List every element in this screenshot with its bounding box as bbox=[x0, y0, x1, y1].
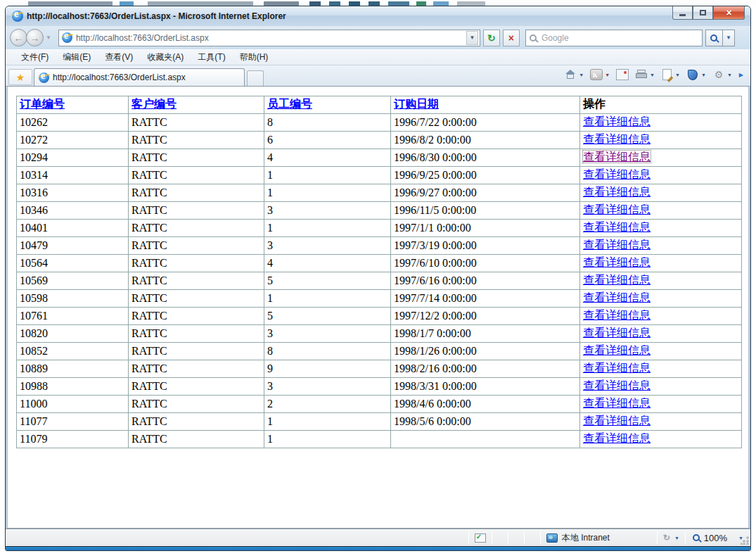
table-row: 10479RATTC31997/3/19 0:00:00查看详细信息 bbox=[17, 237, 742, 255]
sort-link-3[interactable]: 订购日期 bbox=[394, 98, 439, 110]
order-id-cell: 10262 bbox=[17, 114, 129, 132]
view-details-link[interactable]: 查看详细信息 bbox=[583, 239, 651, 251]
employee-id-cell: 2 bbox=[264, 396, 391, 413]
order-date-cell bbox=[391, 431, 580, 448]
refresh-icon: ↻ bbox=[487, 32, 496, 44]
close-button[interactable]: × bbox=[713, 6, 745, 20]
tools-dropdown-icon[interactable]: ▼ bbox=[727, 72, 732, 77]
menu-item-2[interactable]: 查看(V) bbox=[98, 49, 140, 65]
customer-id-cell: RATTC bbox=[129, 325, 264, 343]
view-details-link[interactable]: 查看详细信息 bbox=[583, 379, 651, 391]
order-date-cell: 1997/1/1 0:00:00 bbox=[391, 220, 580, 237]
view-details-link[interactable]: 查看详细信息 bbox=[583, 397, 651, 409]
order-date-cell: 1997/6/10 0:00:00 bbox=[391, 255, 580, 272]
view-details-link[interactable]: 查看详细信息 bbox=[583, 221, 651, 233]
menu-item-5[interactable]: 帮助(H) bbox=[233, 49, 276, 65]
action-cell: 查看详细信息 bbox=[580, 325, 742, 343]
table-row: 10346RATTC31996/11/5 0:00:00查看详细信息 bbox=[17, 202, 742, 220]
command-overflow-icon[interactable]: ▶ bbox=[739, 72, 743, 78]
view-details-link[interactable]: 查看详细信息 bbox=[583, 133, 651, 145]
sort-link-1[interactable]: 客户编号 bbox=[132, 98, 177, 110]
sort-link-0[interactable]: 订单编号 bbox=[20, 98, 65, 110]
maximize-button[interactable] bbox=[693, 6, 713, 20]
mail-icon bbox=[616, 69, 629, 80]
protected-mode-button[interactable]: ↻ ▼ bbox=[658, 529, 685, 546]
view-details-link[interactable]: 查看详细信息 bbox=[583, 309, 651, 321]
new-tab-button[interactable] bbox=[247, 70, 264, 86]
address-bar[interactable]: http://localhost:7663/OrderList.aspx ▼ bbox=[58, 30, 480, 46]
employee-id-cell: 1 bbox=[264, 431, 391, 448]
table-row: 10569RATTC51997/6/16 0:00:00查看详细信息 bbox=[17, 272, 742, 290]
menu-bar: 文件(F)编辑(E)查看(V)收藏夹(A)工具(T)帮助(H) bbox=[6, 49, 750, 65]
print-dropdown-icon[interactable]: ▼ bbox=[650, 72, 655, 77]
menu-item-0[interactable]: 文件(F) bbox=[14, 49, 56, 65]
active-tab[interactable]: http://localhost:7663/OrderList.aspx bbox=[34, 68, 245, 86]
home-button[interactable]: ▼ bbox=[562, 68, 586, 82]
employee-id-cell: 3 bbox=[264, 237, 391, 255]
search-go-button[interactable] bbox=[705, 30, 723, 46]
forward-button[interactable]: → bbox=[26, 29, 44, 46]
table-row: 11077RATTC11998/5/6 0:00:00查看详细信息 bbox=[17, 413, 742, 431]
order-date-cell: 1997/12/2 0:00:00 bbox=[391, 308, 580, 325]
refresh-button[interactable]: ↻ bbox=[483, 30, 500, 46]
order-id-cell: 10564 bbox=[17, 255, 129, 272]
sort-link-2[interactable]: 员工编号 bbox=[267, 98, 312, 110]
safety-dropdown-icon[interactable]: ▼ bbox=[701, 72, 706, 77]
search-options-dropdown[interactable]: ▼ bbox=[723, 30, 735, 46]
home-icon bbox=[564, 69, 577, 80]
view-details-link[interactable]: 查看详细信息 bbox=[583, 186, 651, 198]
back-button[interactable]: ← bbox=[10, 29, 27, 46]
shield-icon bbox=[688, 70, 698, 80]
view-details-link[interactable]: 查看详细信息 bbox=[583, 327, 651, 339]
address-dropdown-button[interactable]: ▼ bbox=[466, 31, 478, 45]
view-details-link[interactable]: 查看详细信息 bbox=[583, 344, 651, 356]
order-date-cell: 1996/8/2 0:00:00 bbox=[391, 132, 580, 149]
view-details-link[interactable]: 查看详细信息 bbox=[583, 362, 651, 374]
view-details-link[interactable]: 查看详细信息 bbox=[583, 415, 651, 427]
view-details-link[interactable]: 查看详细信息 bbox=[583, 151, 651, 163]
menu-item-1[interactable]: 编辑(E) bbox=[56, 49, 98, 65]
protected-mode-dropdown-icon[interactable]: ▼ bbox=[674, 536, 679, 541]
customer-id-cell: RATTC bbox=[129, 255, 264, 272]
view-details-link[interactable]: 查看详细信息 bbox=[583, 203, 651, 215]
history-dropdown-icon[interactable]: ▼ bbox=[46, 34, 51, 41]
menu-item-3[interactable]: 收藏夹(A) bbox=[140, 49, 191, 65]
page-menu-button[interactable]: ▼ bbox=[659, 68, 682, 82]
ie-icon bbox=[12, 11, 23, 22]
resize-grip[interactable] bbox=[741, 536, 749, 545]
menu-item-4[interactable]: 工具(T) bbox=[191, 49, 232, 65]
print-button[interactable]: ▼ bbox=[633, 68, 657, 82]
compatibility-view-button[interactable] bbox=[469, 529, 492, 546]
view-details-link[interactable]: 查看详细信息 bbox=[583, 291, 651, 303]
safety-menu-button[interactable]: ▼ bbox=[684, 68, 708, 82]
table-row: 10564RATTC41997/6/10 0:00:00查看详细信息 bbox=[17, 255, 742, 272]
view-details-link[interactable]: 查看详细信息 bbox=[583, 256, 651, 268]
view-details-link[interactable]: 查看详细信息 bbox=[583, 168, 651, 180]
view-details-link[interactable]: 查看详细信息 bbox=[583, 115, 651, 127]
feeds-button[interactable]: ▼ bbox=[588, 68, 612, 82]
order-id-cell: 10294 bbox=[17, 149, 129, 167]
page-dropdown-icon[interactable]: ▼ bbox=[675, 72, 680, 77]
title-bar[interactable]: http://localhost:7663/OrderList.aspx - M… bbox=[6, 6, 750, 26]
customer-id-cell: RATTC bbox=[129, 132, 264, 149]
home-dropdown-icon[interactable]: ▼ bbox=[579, 72, 584, 77]
action-cell: 查看详细信息 bbox=[580, 149, 742, 167]
employee-id-cell: 8 bbox=[264, 343, 391, 360]
stop-icon: × bbox=[508, 32, 514, 44]
view-details-link[interactable]: 查看详细信息 bbox=[583, 274, 651, 286]
tools-menu-button[interactable]: ⚙ ▼ bbox=[710, 68, 734, 82]
customer-id-cell: RATTC bbox=[129, 343, 264, 360]
stop-button[interactable]: × bbox=[503, 30, 520, 46]
address-url[interactable]: http://localhost:7663/OrderList.aspx bbox=[76, 33, 466, 43]
table-row: 10314RATTC11996/9/25 0:00:00查看详细信息 bbox=[17, 167, 742, 184]
feeds-dropdown-icon[interactable]: ▼ bbox=[605, 72, 610, 77]
zoom-level: 100% bbox=[704, 533, 727, 543]
protected-mode-icon: ↻ bbox=[663, 533, 670, 543]
search-input[interactable]: Google bbox=[525, 30, 703, 46]
view-details-link[interactable]: 查看详细信息 bbox=[583, 432, 651, 444]
minimize-button[interactable] bbox=[672, 6, 693, 20]
read-mail-button[interactable] bbox=[614, 68, 631, 82]
order-id-cell: 10316 bbox=[17, 184, 129, 202]
favorites-button[interactable]: ★ bbox=[8, 69, 32, 85]
table-row: 11079RATTC1查看详细信息 bbox=[17, 431, 742, 448]
